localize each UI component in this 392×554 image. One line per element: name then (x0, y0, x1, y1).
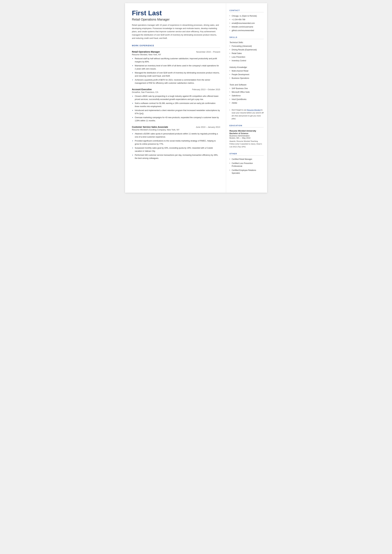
skills-section: SKILLS Technical Skills: Forecasting (Ad… (230, 36, 264, 120)
edu-school: Resume Worded University (230, 130, 264, 132)
bullet-1-2: Maintained an inventory level of over 88… (132, 64, 220, 70)
skill-office: Microsoft Office Suite (230, 91, 264, 93)
industry-skills-list: Multi-channel Retail People Development … (230, 70, 264, 80)
job-bullets-3: Attained a $150K sales quota in personal… (132, 132, 220, 160)
job-company-3: Resume Worded's Exciting Company, New Yo… (132, 129, 220, 131)
candidate-name: First Last (132, 9, 220, 17)
other-list: Certified Retail Manager. Certified Loss… (230, 158, 264, 175)
candidate-summary: Retail operations manager with 10 years … (132, 23, 220, 40)
job-header-1: Retail Operations Manager November 2015 … (132, 50, 220, 53)
skills-header: SKILLS (230, 36, 264, 39)
contact-header: CONTACT (230, 9, 264, 12)
bullet-2-4: Oversaw marketing campaigns for 43 new p… (132, 116, 220, 122)
contact-github: github.com/resumeworded (230, 29, 264, 32)
job-dates-2: February 2013 – October 2015 (192, 88, 220, 91)
job-header-2: Account Executive February 2013 – Octobe… (132, 88, 220, 91)
skill-sap: SAP Business One (230, 87, 264, 90)
job-company-2: Growthsi, San Francisco, CA (132, 91, 220, 93)
skill-driving-results: Driving Results (Experienced) (230, 48, 264, 51)
edu-location: Boston, MA — May 2010 (230, 137, 264, 139)
job-block-1: Retail Operations Manager November 2015 … (132, 50, 220, 85)
job-block-3: Customer Service Sales Associate June 20… (132, 126, 220, 160)
skill-retail-sales: Retail Sales (230, 52, 264, 55)
bullet-3-2: Provided significant contributions to th… (132, 139, 220, 146)
bullet-3-3: Surpassed monthly sales goal by 43%, exc… (132, 146, 220, 153)
skill-business-ops: Business Operations (230, 77, 264, 80)
job-dates-3: June 2010 – January 2013 (196, 126, 220, 128)
job-header-3: Customer Service Sales Associate June 20… (132, 126, 220, 128)
resume-page: First Last Retail Operations Manager Ret… (125, 3, 267, 193)
other-item-2: Certified Loss Prevention Professional. (230, 162, 264, 168)
contact-phone: +1-234-456-789 (230, 18, 264, 21)
skill-loss-prevention: Loss Prevention (230, 56, 264, 58)
other-item-1: Certified Retail Manager. (230, 158, 264, 161)
job-title-2: Account Executive (132, 88, 152, 91)
job-block-2: Account Executive February 2013 – Octobe… (132, 88, 220, 122)
edu-awards: Awards: Resume Worded Teaching Fellow (o… (230, 140, 264, 148)
job-bullets-2: Closed a $92K sale by prospecting in a t… (132, 95, 220, 122)
other-header: OTHER (230, 153, 264, 155)
resume-worded-link[interactable]: Resume Worded (247, 109, 260, 111)
tools-skills-label: Tools and Software: (230, 84, 264, 86)
job-company-1: Resume Worded, New York, NY (132, 53, 220, 56)
contact-section: CONTACT Chicago, IL (Open to Remote) +1-… (230, 9, 264, 32)
contact-list: Chicago, IL (Open to Remote) +1-234-456-… (230, 14, 264, 32)
tools-skills-list: SAP Business One Microsoft Office Suite … (230, 87, 264, 104)
bullet-1-4: Achieved a quarterly profit of $87K for … (132, 78, 220, 85)
job-dates-1: November 2015 – Present (196, 51, 220, 53)
bullet-3-1: Attained a $150K sales quota in personal… (132, 132, 220, 139)
bullet-1-3: Managed the distribution of over $1M wor… (132, 71, 220, 77)
skill-salesforce: Salesforce (230, 94, 264, 97)
contact-email: email@resumeworded.com (230, 22, 264, 25)
edu-field: Business Administration (230, 135, 264, 137)
edu-block-1: Resume Worded University Bachelor of Sci… (230, 130, 264, 148)
technical-skills-list: Forecasting (Advanced) Driving Results (… (230, 45, 264, 62)
industry-skills-label: Industry Knowledge: (230, 66, 264, 68)
candidate-title: Retail Operations Manager (132, 18, 220, 21)
edu-degree: Bachelor of Science (230, 132, 264, 134)
skill-quickbooks: Intuit QuickBooks (230, 98, 264, 101)
skill-adobe: Adobe (230, 102, 264, 104)
technical-skills-label: Technical Skills: (230, 41, 264, 44)
job-title-3: Customer Service Sales Associate (132, 126, 168, 128)
skill-inventory-control: Inventory Control (230, 59, 264, 62)
skill-people-dev: People Development (230, 73, 264, 76)
contact-location: Chicago, IL (Open to Remote) (230, 14, 264, 17)
left-column: First Last Retail Operations Manager Ret… (125, 3, 226, 193)
scan-text-pre: Don't forget to use (232, 109, 247, 111)
skill-forecasting: Forecasting (Advanced) (230, 45, 264, 48)
job-bullets-1: Reduced staff by half without sacrificin… (132, 57, 220, 85)
bullet-1-1: Reduced staff by half without sacrificin… (132, 57, 220, 63)
work-experience-header: WORK EXPERIENCE (132, 44, 220, 48)
contact-linkedin: linkedin.com/in/username (230, 25, 264, 28)
bullet-3-4: Performed 340 customer service transacti… (132, 154, 220, 160)
bullet-2-1: Closed a $92K sale by prospecting in a t… (132, 95, 220, 101)
education-header: EDUCATION (230, 125, 264, 127)
bullet-2-2: Sold a software contract for $1.8M, earn… (132, 102, 220, 108)
education-section: EDUCATION Resume Worded University Bache… (230, 125, 264, 148)
other-item-3: Certified Employee Relations Specialist. (230, 169, 264, 175)
technical-skills: Technical Skills: Forecasting (Advanced)… (230, 41, 264, 62)
other-section: OTHER Certified Retail Manager. Certifie… (230, 153, 264, 175)
bullet-2-3: Introduced and implemented a client rete… (132, 109, 220, 115)
job-title-1: Retail Operations Manager (132, 50, 160, 53)
right-column: CONTACT Chicago, IL (Open to Remote) +1-… (226, 3, 267, 193)
skill-multichannel: Multi-channel Retail (230, 70, 264, 72)
scan-notice: Don't forget to use Resume Worded to sca… (230, 108, 264, 120)
industry-skills: Industry Knowledge: Multi-channel Retail… (230, 66, 264, 80)
tools-skills: Tools and Software: SAP Business One Mic… (230, 84, 264, 104)
